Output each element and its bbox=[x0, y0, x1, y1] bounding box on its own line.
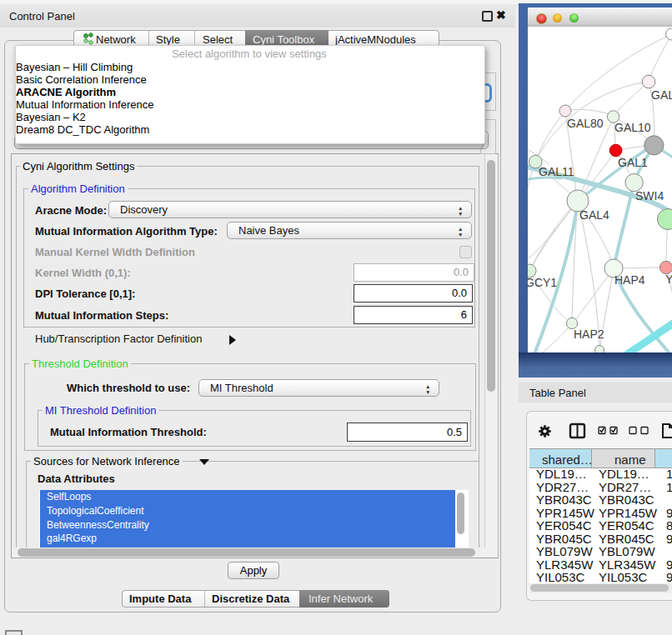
svg-text:GCY1: GCY1 bbox=[528, 276, 557, 289]
svg-text:GAL4: GAL4 bbox=[579, 208, 609, 222]
svg-text:Y: Y bbox=[665, 272, 672, 286]
svg-text:GAL1: GAL1 bbox=[618, 156, 648, 169]
svg-text:GAL10: GAL10 bbox=[614, 121, 651, 134]
svg-text:SWI4: SWI4 bbox=[635, 189, 664, 202]
svg-text:GAL11: GAL11 bbox=[539, 165, 574, 178]
svg-text:GAL: GAL bbox=[651, 88, 672, 102]
svg-text:HAP2: HAP2 bbox=[574, 328, 604, 341]
svg-text:GAL80: GAL80 bbox=[567, 117, 604, 130]
svg-text:HAP4: HAP4 bbox=[614, 273, 645, 287]
